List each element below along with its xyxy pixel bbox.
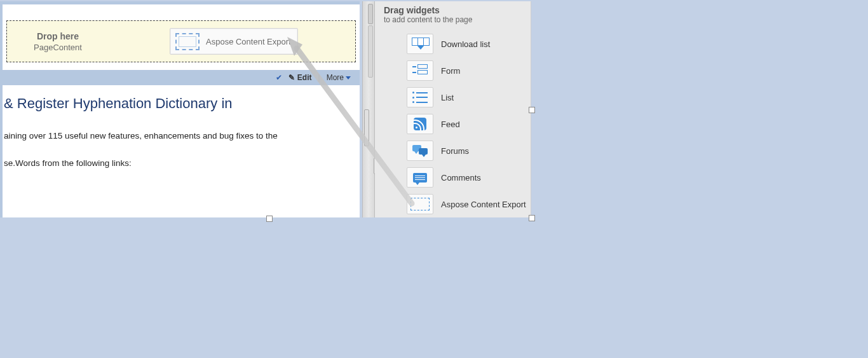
- forums-icon: [407, 141, 433, 161]
- widget-palette: Drag widgets to add content to the page …: [375, 1, 531, 217]
- content-editor-panel: Drop here PageContent Aspose Content Exp…: [0, 1, 360, 217]
- widget-list: Download list Form List: [375, 27, 531, 217]
- resize-handle-right-mid[interactable]: [529, 107, 535, 113]
- edit-label: Edit: [297, 73, 312, 82]
- article-content: & Register Hyphenation Dictionary in ain…: [3, 85, 360, 217]
- article-title: & Register Hyphenation Dictionary in: [4, 94, 355, 113]
- widget-item-download-list[interactable]: Download list: [407, 31, 528, 57]
- widget-palette-title: Drag widgets: [384, 5, 524, 15]
- widget-item-label: Form: [441, 66, 460, 76]
- content-toolbar: ✔ ✎ Edit | More: [3, 70, 360, 85]
- more-dropdown[interactable]: More: [327, 73, 351, 82]
- drop-zone-label: Drop here PageContent: [7, 31, 109, 52]
- pencil-icon: ✎: [288, 73, 295, 82]
- article-line-2: se.Words from the following links:: [4, 158, 355, 168]
- widget-item-comments[interactable]: Comments: [407, 164, 528, 191]
- widget-item-forums[interactable]: Forums: [407, 137, 528, 164]
- form-icon: [407, 60, 433, 81]
- widget-item-label: Download list: [441, 39, 490, 49]
- dragged-widget-label: Aspose Content Export: [206, 37, 291, 46]
- widget-item-aspose-content-export[interactable]: Aspose Content Export: [407, 191, 528, 217]
- widget-item-label: Feed: [441, 120, 460, 129]
- dragged-widget-chip[interactable]: Aspose Content Export: [170, 28, 298, 55]
- drop-zone-subtitle: PageContent: [7, 43, 109, 52]
- widget-palette-header: Drag widgets to add content to the page: [375, 1, 531, 27]
- widget-item-form[interactable]: Form: [407, 57, 528, 84]
- list-icon: [407, 87, 433, 107]
- download-list-icon: [407, 34, 433, 54]
- aspose-export-icon: [407, 194, 433, 214]
- comments-icon: [407, 167, 433, 188]
- edit-button[interactable]: ✎ Edit: [288, 73, 312, 82]
- widget-item-list[interactable]: List: [407, 84, 528, 111]
- toolbar-divider: |: [318, 73, 320, 82]
- widget-item-feed[interactable]: Feed: [407, 111, 528, 137]
- widget-item-label: Forums: [441, 146, 469, 156]
- article-line-1: aining over 115 useful new features, enh…: [4, 131, 355, 141]
- vertical-splitter[interactable]: [362, 1, 375, 217]
- widget-palette-subtitle: to add content to the page: [384, 15, 524, 24]
- widget-item-label: List: [441, 93, 454, 102]
- widget-item-label: Aspose Content Export: [441, 200, 526, 209]
- article-body: aining over 115 useful new features, enh…: [4, 131, 355, 168]
- resize-handle-right-bottom[interactable]: [529, 215, 535, 221]
- chevron-down-icon: [346, 76, 351, 79]
- more-label: More: [327, 73, 344, 82]
- widget-item-label: Comments: [441, 173, 481, 182]
- resize-handle-bottom[interactable]: [266, 216, 273, 222]
- drop-zone-title: Drop here: [7, 31, 109, 41]
- aspose-export-icon: [175, 33, 200, 50]
- drop-zone[interactable]: Drop here PageContent Aspose Content Exp…: [6, 20, 356, 62]
- splitter-collapse-left[interactable]: [364, 109, 369, 146]
- scrollbar-thumb-icon[interactable]: [368, 25, 373, 78]
- feed-icon: [407, 114, 433, 134]
- check-icon[interactable]: ✔: [276, 73, 282, 82]
- scrollbar-track-icon: [368, 4, 373, 24]
